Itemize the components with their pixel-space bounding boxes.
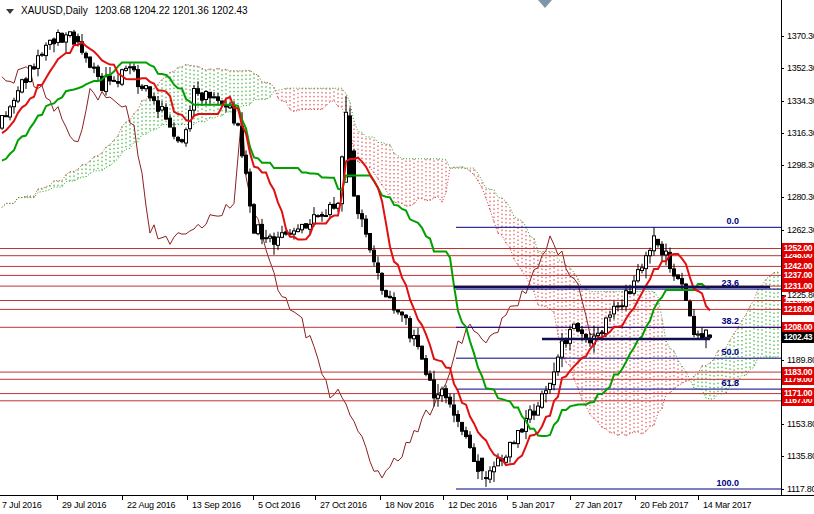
time-tick [253, 496, 254, 500]
time-axis-label: 14 Mar 2017 [703, 500, 751, 510]
time-tick [443, 496, 444, 500]
time-axis[interactable]: 7 Jul 201629 Jul 201622 Aug 201613 Sep 2… [0, 496, 814, 514]
price-tick [781, 197, 784, 198]
trading-chart-window: 0.023.638.250.061.8100.0 1248.001223.001… [0, 0, 814, 514]
symbol-timeframe-label: XAUUSD,Daily [21, 5, 88, 16]
time-tick [507, 496, 508, 500]
symbol-dropdown-icon[interactable] [6, 9, 14, 14]
chart-shift-marker-icon[interactable] [538, 0, 552, 8]
price-tick-label: 1262.30 [786, 225, 814, 236]
price-tick-label: 1189.80 [786, 355, 814, 366]
tenkan-kijun-lines [2, 42, 710, 465]
candlesticks [1, 30, 712, 487]
time-axis-label: 7 Jul 2016 [2, 500, 42, 510]
price-tick-label: 1153.80 [786, 419, 814, 430]
price-tick-label: 1135.80 [786, 451, 814, 462]
price-tick-label: 1370.30 [786, 31, 814, 42]
time-axis-label: 27 Jan 2017 [575, 500, 622, 510]
price-tick-label: 1298.30 [786, 160, 814, 171]
time-tick [57, 496, 58, 500]
chikou-span-line [2, 67, 606, 478]
time-tick [698, 496, 699, 500]
price-tick [781, 456, 784, 457]
ohlc-values-label: 1203.68 1204.22 1201.36 1202.43 [95, 5, 248, 16]
price-tick [781, 360, 784, 361]
chart-plot-area[interactable] [0, 0, 814, 514]
price-tick-label: 1316.30 [786, 128, 814, 139]
time-axis-label: 22 Aug 2016 [127, 500, 175, 510]
time-tick [187, 496, 188, 500]
price-tick [781, 165, 784, 166]
time-tick [570, 496, 571, 500]
price-level-badge: 1252.00 [782, 243, 814, 254]
time-axis-label: 5 Jan 2017 [512, 500, 555, 510]
time-tick [122, 496, 123, 500]
price-level-badge: 1171.00 [782, 388, 814, 399]
time-axis-label: 18 Nov 2016 [385, 500, 434, 510]
price-level-badge: 1218.00 [782, 304, 814, 315]
price-tick [781, 133, 784, 134]
time-tick [315, 496, 316, 500]
price-level-badge: 1237.00 [782, 270, 814, 281]
support-resistance-lines[interactable] [0, 249, 781, 401]
chart-title: XAUUSD,Daily 1203.68 1204.22 1201.36 120… [6, 5, 248, 16]
time-axis-label: 13 Sep 2016 [192, 500, 241, 510]
price-tick-label: 1280.30 [786, 192, 814, 203]
time-axis-label: 27 Oct 2016 [320, 500, 367, 510]
price-tick [781, 295, 784, 296]
time-axis-label: 12 Dec 2016 [448, 500, 497, 510]
price-level-badge: 1231.00 [782, 281, 814, 292]
price-tick-label: 1352.30 [786, 63, 814, 74]
time-tick [635, 496, 636, 500]
price-tick [781, 101, 784, 102]
time-axis-label: 29 Jul 2016 [62, 500, 106, 510]
time-axis-label: 20 Feb 2017 [640, 500, 688, 510]
price-level-badge: 1183.00 [782, 367, 814, 378]
price-tick-label: 1334.30 [786, 96, 814, 107]
price-tick [781, 68, 784, 69]
price-axis[interactable]: 1248.001223.001179.001167.001370.301352.… [782, 0, 814, 495]
price-tick [781, 230, 784, 231]
price-tick [781, 489, 784, 490]
price-tick [781, 424, 784, 425]
current-price-badge: 1202.43 [782, 332, 814, 343]
time-axis-label: 5 Oct 2016 [258, 500, 300, 510]
price-tick [781, 36, 784, 37]
time-tick [380, 496, 381, 500]
price-tick-label: 1117.80 [786, 484, 814, 495]
